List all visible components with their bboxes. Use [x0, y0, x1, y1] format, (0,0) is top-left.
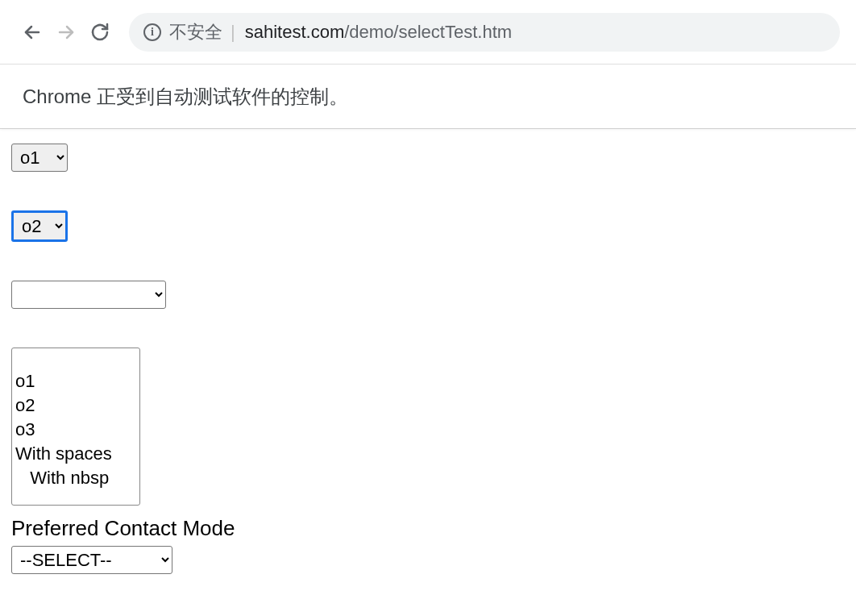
multi-option[interactable]: With nbsp [12, 466, 139, 490]
reload-button[interactable] [90, 23, 110, 42]
divider: | [231, 22, 235, 43]
url-host: sahitest.com [245, 22, 345, 43]
automation-banner-text: Chrome 正受到自动测试软件的控制。 [23, 84, 348, 110]
back-button[interactable] [23, 23, 42, 42]
preferred-contact-select[interactable]: --SELECT-- [11, 546, 172, 574]
multi-option[interactable]: With spaces [12, 442, 139, 466]
multi-select[interactable]: o1 o2 o3 With spaces With nbsp [11, 348, 140, 506]
multi-option[interactable]: o2 [12, 393, 139, 418]
select-3[interactable] [11, 281, 166, 309]
multi-option-blank[interactable] [12, 348, 139, 369]
address-bar[interactable]: i 不安全 | sahitest.com/demo/selectTest.htm [129, 13, 840, 52]
browser-toolbar: i 不安全 | sahitest.com/demo/selectTest.htm [0, 0, 856, 65]
page-content: o1 o2 o1 o2 o3 With spaces With nbsp Pre… [0, 129, 856, 589]
preferred-contact-label: Preferred Contact Mode [11, 516, 845, 541]
url-path: /demo/selectTest.htm [344, 22, 512, 43]
forward-button[interactable] [56, 23, 76, 42]
nav-buttons [8, 23, 110, 42]
multi-option[interactable]: o3 [12, 418, 139, 442]
select-2[interactable]: o2 [11, 210, 68, 242]
insecure-label: 不安全 [169, 20, 222, 44]
select-1[interactable]: o1 [11, 144, 68, 172]
info-icon[interactable]: i [143, 23, 161, 41]
multi-option[interactable]: o1 [12, 369, 139, 393]
automation-banner: Chrome 正受到自动测试软件的控制。 [0, 65, 856, 129]
